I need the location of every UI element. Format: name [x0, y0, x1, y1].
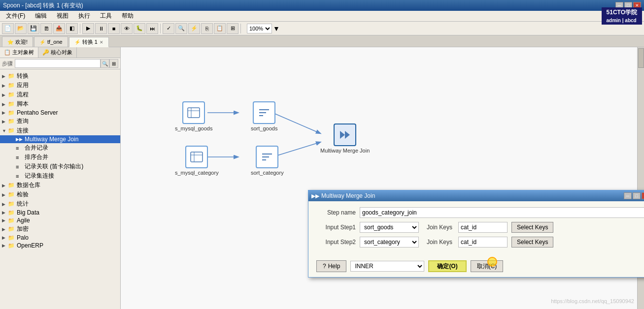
table-icon-2 [190, 150, 203, 164]
node-s-mysql-category[interactable]: s_mysql_category [175, 146, 219, 176]
tree-item-连接[interactable]: ▼ 📁 连接 [0, 126, 120, 135]
toolbar-copy-btn[interactable]: ⎘ [201, 23, 213, 34]
toolbar-layers-btn[interactable]: ◧ [66, 23, 78, 34]
tree-item-数据仓库[interactable]: ▶ 📁 数据仓库 [0, 181, 120, 190]
toolbar-stop-btn[interactable]: ■ [108, 23, 120, 34]
tree-item-脚本[interactable]: ▶ 📁 脚本 [0, 99, 120, 109]
sidebar-tab-main-label: 主对象树 [12, 49, 34, 56]
dialog-join-keys1-input[interactable] [458, 222, 508, 233]
tree-item-流程[interactable]: ▶ 📁 流程 [0, 90, 120, 99]
tree-item-排序合并[interactable]: ≡ 排序合并 [0, 153, 120, 162]
tree-label-palo: Palo [17, 234, 29, 241]
dialog-step-name-input[interactable] [360, 207, 644, 218]
tree-item-加密[interactable]: ▶ 📁 加密 [0, 224, 120, 234]
zoom-select[interactable]: 100% 50% 75% 150% 200% [247, 24, 272, 33]
tree-item-查询[interactable]: ▶ 📁 查询 [0, 117, 120, 126]
sidebar-tab-main[interactable]: 📋 主对象树 [0, 47, 38, 58]
sidebar-tab-core[interactable]: 🔑 核心对象 [38, 47, 77, 58]
node-label-sort-category: sort_category [251, 170, 284, 176]
tab-welcome[interactable]: ⭐ 欢迎! [2, 36, 33, 47]
dialog-join-keys2-input[interactable] [458, 237, 508, 247]
step-label: 步骤 [2, 60, 13, 67]
tree-item-统计[interactable]: ▶ 📁 统计 [0, 199, 120, 209]
main-layout: 📋 主对象树 🔑 核心对象 步骤 🔍 ⊞ ▶ 📁 转换 ▶ 📁 [0, 47, 644, 309]
dialog-help-button[interactable]: ? Help [316, 260, 346, 272]
node-sort-goods[interactable]: sort_goods [251, 101, 277, 131]
menu-help[interactable]: 帮助 [118, 11, 137, 21]
toolbar-save-as-btn[interactable]: 🖹 [40, 23, 52, 34]
toolbar-check-btn[interactable]: ✓ [163, 23, 174, 34]
toolbar-export-btn[interactable]: 📤 [53, 23, 65, 34]
node-box-sort-goods [253, 101, 275, 124]
dialog-cancel-button[interactable]: 取消(C) [471, 260, 504, 272]
dialog-titlebar: ▶▶ Multiway Merge Join ─ □ ✕ [308, 190, 644, 201]
toolbar-debug-btn[interactable]: 🐛 [134, 23, 145, 34]
node-multiway-merge-join[interactable]: Multiway Merge Join [320, 124, 370, 154]
canvas-scroll-thumb[interactable] [638, 48, 644, 68]
menu-edit[interactable]: 编辑 [31, 11, 51, 21]
toolbar-analyze-btn[interactable]: 🔍 [175, 23, 187, 34]
menu-tools[interactable]: 工具 [96, 11, 116, 21]
tab-transform1[interactable]: ⚡ 转换 1 ✕ [69, 37, 109, 47]
dialog-body: Step name Input Step1 sort_goods Join Ke… [308, 201, 644, 257]
tree-item-合并记录[interactable]: ≡ 合并记录 [0, 143, 120, 153]
tree-item-openerp[interactable]: ▶ 📁 OpenERP [0, 242, 120, 249]
tab-tf-one[interactable]: ⚡ tf_one [34, 36, 68, 47]
node-sort-category[interactable]: sort_category [251, 146, 284, 176]
tab-bar: ⭐ 欢迎! ⚡ tf_one ⚡ 转换 1 ✕ [0, 35, 644, 47]
tree-label-pentaho: Pentaho Server [17, 109, 58, 116]
sidebar-search-icon-btn[interactable]: 🔍 [101, 59, 109, 68]
toolbar-paste-btn[interactable]: 📋 [214, 23, 226, 34]
tree-item-multiway[interactable]: ▶▶ Multiway Merge Join [0, 135, 120, 143]
tab-welcome-label: 欢迎! [15, 38, 28, 46]
dialog-restore-btn[interactable]: □ [633, 192, 641, 199]
dialog-close-btn[interactable]: ✕ [642, 192, 644, 199]
menu-bar: 文件(F) 编辑 视图 执行 工具 帮助 51CTO学院admin | abcd [0, 11, 644, 22]
toolbar-pause-btn[interactable]: ⏸ [95, 23, 107, 34]
toolbar-zoom[interactable]: 100% 50% 75% 150% 200% ▼ [247, 24, 280, 33]
sidebar-expand-btn[interactable]: ⊞ [109, 59, 118, 68]
dialog-input-step2-label: Input Step2 [316, 239, 356, 246]
tree-item-记录集连接[interactable]: ≡ 记录集连接 [0, 171, 120, 181]
menu-run[interactable]: 执行 [74, 11, 94, 21]
dialog-input-step1-select[interactable]: sort_goods [360, 222, 419, 233]
dialog-multiway-merge-join[interactable]: ▶▶ Multiway Merge Join ─ □ ✕ Step name I… [308, 190, 644, 278]
dialog-select-keys2-button[interactable]: Select Keys [511, 237, 553, 247]
toolbar-sep-2 [160, 24, 161, 33]
dialog-footer: ? Help INNER LEFT OUTER FULL OUTER 确定(O)… [308, 257, 644, 277]
tree-item-pentaho[interactable]: ▶ 📁 Pentaho Server [0, 109, 120, 117]
tree-item-palo[interactable]: ▶ 📁 Palo [0, 234, 120, 242]
dialog-input-step1-label: Input Step1 [316, 224, 356, 231]
toolbar-new-btn[interactable]: 📄 [2, 23, 14, 34]
toolbar-run-btn[interactable]: ▶ [82, 23, 94, 34]
toolbar-preview-btn[interactable]: 👁 [121, 23, 133, 34]
toolbar-open-btn[interactable]: 📂 [15, 23, 27, 34]
toolbar-step-btn[interactable]: ⏭ [146, 23, 158, 34]
tree-item-应用[interactable]: ▶ 📁 应用 [0, 81, 120, 90]
tree-item-转换[interactable]: ▶ 📁 转换 [0, 71, 120, 81]
dialog-join-type-select[interactable]: INNER LEFT OUTER FULL OUTER [350, 261, 424, 272]
dialog-input-step1-row: Input Step1 sort_goods Join Keys Select … [316, 222, 644, 233]
toolbar-grid-btn[interactable]: ⊞ [227, 23, 238, 34]
tab-transform1-close[interactable]: ✕ [100, 40, 103, 45]
tree-item-bigdata[interactable]: ▶ 📁 Big Data [0, 209, 120, 216]
dialog-controls[interactable]: ─ □ ✕ [624, 192, 644, 199]
tree-label-openerp: OpenERP [17, 242, 43, 249]
node-s-mysql-goods[interactable]: s_mysql_goods [175, 101, 212, 131]
tree-item-记录关联[interactable]: ≡ 记录关联 (笛卡尔输出) [0, 162, 120, 171]
tree-label-agile: Agile [17, 217, 30, 224]
tree-item-检验[interactable]: ▶ 📁 检验 [0, 190, 120, 199]
toolbar-impact-btn[interactable]: ⚡ [188, 23, 200, 34]
tree-label-bigdata: Big Data [17, 209, 39, 216]
dialog-input-step2-select[interactable]: sort_category [360, 237, 419, 247]
menu-file[interactable]: 文件(F) [2, 11, 29, 21]
zoom-dropdown-icon[interactable]: ▼ [273, 25, 280, 32]
menu-view[interactable]: 视图 [53, 11, 72, 21]
toolbar-save-btn[interactable]: 💾 [28, 23, 39, 34]
canvas-area[interactable]: s_mysql_goods sort_goods s [121, 47, 644, 309]
dialog-select-keys1-button[interactable]: Select Keys [511, 222, 553, 233]
step-search-input[interactable] [15, 59, 101, 68]
dialog-ok-button[interactable]: 确定(O) [428, 260, 466, 272]
dialog-minimize-btn[interactable]: ─ [624, 192, 632, 199]
tree-item-agile[interactable]: ▶ 📁 Agile [0, 216, 120, 224]
